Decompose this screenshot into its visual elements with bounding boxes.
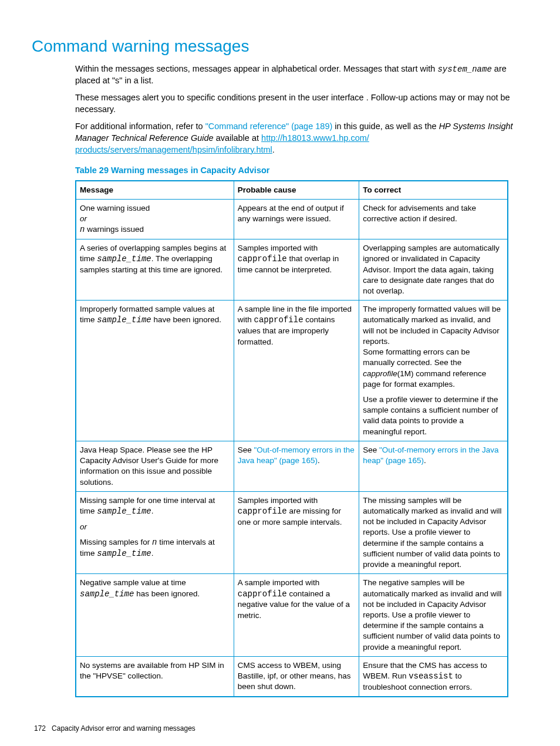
text: The improperly formatted values will be … [363, 305, 501, 346]
text: have been ignored. [151, 315, 221, 324]
text: Within the messages sections, messages a… [75, 64, 437, 73]
table-row: Missing sample for one time interval at … [76, 491, 508, 574]
cell-correct: Check for advisements and take correctiv… [359, 199, 508, 239]
code-vseassist: vseassist [409, 671, 453, 681]
cell-cause: Appears at the end of output if any warn… [234, 199, 359, 239]
cell-cause: A sample line in the file imported with … [234, 301, 359, 441]
table-row: One warning issued or n warnings issued … [76, 199, 508, 239]
cell-message: Improperly formatted sample values at ti… [76, 301, 234, 441]
cell-cause: Samples imported with capprofile that ov… [234, 239, 359, 301]
code-capprofile: capprofile [238, 507, 287, 516]
page-number: 172 [34, 724, 46, 733]
text: . [151, 507, 154, 515]
text: . [318, 456, 320, 465]
cell-correct: The improperly formatted values will be … [359, 301, 508, 441]
code-sample-time: sample_time [97, 507, 151, 516]
text: For additional information, refer to [75, 121, 205, 131]
table-row: No systems are available from HP SIM in … [76, 656, 508, 697]
text: warnings issued [85, 225, 144, 234]
text: A sample imported with [238, 578, 320, 587]
text: Samples imported with [238, 244, 318, 252]
code-capprofile: capprofile [254, 315, 303, 325]
cell-correct: The negative samples will be automatical… [359, 574, 508, 657]
table-row: Java Heap Space. Please see the HP Capac… [76, 441, 508, 491]
text: . [424, 456, 426, 465]
cell-correct: See "Out-of-memory errors in the Java he… [359, 441, 508, 491]
text: Negative sample value at time [80, 578, 186, 587]
link-hp-url-line1[interactable]: http://h18013.www1.hp.com/ [261, 133, 369, 143]
table-row: A series of overlapping samples begins a… [76, 239, 508, 301]
section-heading: Command warning messages [32, 35, 517, 58]
link-hp-url-line2[interactable]: products/servers/management/hpsim/infoli… [75, 145, 272, 154]
code-sample-time: sample_time [97, 549, 151, 558]
code-sample-time: sample_time [97, 315, 151, 325]
text: in this guide, as well as the [332, 121, 438, 131]
cell-cause: CMS access to WBEM, using Bastille, ipf,… [234, 656, 359, 697]
table-row: Negative sample value at time sample_tim… [76, 574, 508, 657]
footer-text: Capacity Advisor error and warning messa… [52, 724, 195, 733]
text: . [272, 145, 275, 154]
page-footer: 172 Capacity Advisor error and warning m… [34, 724, 195, 733]
col-header-message: Message [76, 181, 234, 200]
cell-message: A series of overlapping samples begins a… [76, 239, 234, 301]
text: See [238, 445, 254, 454]
col-header-cause: Probable cause [234, 181, 359, 200]
cell-correct: The missing samples will be automaticall… [359, 491, 508, 574]
text-or: or [80, 522, 230, 532]
text: Missing samples for [80, 538, 152, 546]
cell-message: Negative sample value at time sample_tim… [76, 574, 234, 657]
intro-paragraph-3: For additional information, refer to "Co… [75, 121, 517, 156]
cell-cause: Samples imported with capprofile are mis… [234, 491, 359, 574]
text-or: or [80, 214, 230, 224]
text: Samples imported with [238, 496, 318, 505]
text: Use a profile viewer to determine if the… [363, 394, 504, 437]
intro-paragraph-1: Within the messages sections, messages a… [75, 63, 517, 86]
cell-message: No systems are available from HP SIM in … [76, 656, 234, 697]
text: . [151, 549, 154, 558]
text: has been ignored. [134, 589, 200, 598]
text: One warning issued [80, 203, 230, 214]
cell-correct: Overlapping samples are automatically ig… [359, 239, 508, 301]
italic-capprofile: capprofile [363, 369, 397, 378]
cell-message: Missing sample for one time interval at … [76, 491, 234, 574]
code-system-name: system_name [437, 65, 491, 74]
link-oom-errors[interactable]: "Out-of-memory errors in the Java heap" … [363, 445, 498, 465]
table-row: Improperly formatted sample values at ti… [76, 301, 508, 441]
text: Some formatting errors can be manually c… [363, 347, 470, 367]
table-title: Table 29 Warning messages in Capacity Ad… [75, 165, 517, 177]
intro-paragraph-2: These messages alert you to specific con… [75, 92, 517, 115]
link-oom-errors[interactable]: "Out-of-memory errors in the Java heap" … [238, 445, 355, 465]
cell-correct: Ensure that the CMS has access to WBEM. … [359, 656, 508, 697]
col-header-correct: To correct [359, 181, 508, 200]
text: n warnings issued [80, 224, 230, 235]
text: available at [214, 133, 261, 143]
code-sample-time: sample_time [97, 254, 151, 264]
cell-cause: A sample imported with capprofile contai… [234, 574, 359, 657]
table-header-row: Message Probable cause To correct [76, 181, 508, 200]
cell-cause: See "Out-of-memory errors in the Java he… [234, 441, 359, 491]
code-capprofile: capprofile [238, 254, 287, 264]
cell-message: One warning issued or n warnings issued [76, 199, 234, 239]
text: See [363, 445, 379, 454]
link-command-reference[interactable]: "Command reference" (page 189) [205, 121, 333, 131]
warnings-table: Message Probable cause To correct One wa… [75, 180, 508, 698]
code-sample-time: sample_time [80, 589, 134, 599]
cell-message: Java Heap Space. Please see the HP Capac… [76, 441, 234, 491]
code-capprofile: capprofile [238, 589, 287, 599]
